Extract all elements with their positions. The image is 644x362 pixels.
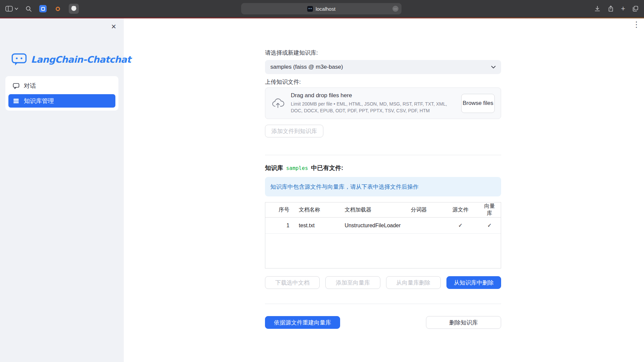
file-actions-row: 下载选中文档 添加至向量库 从向量库删除 从知识库中删除: [265, 276, 501, 289]
table-header-row: 序号 文档名称 文档加载器 分词器 源文件 向量库: [265, 202, 501, 218]
logo-text: LangChain-Chatchat: [31, 54, 131, 65]
logo-chat-bubble-icon: [11, 53, 27, 66]
info-banner: 知识库中包含源文件与向量库，请从下表中选择文件后操作: [265, 177, 501, 196]
cell-index: 1: [265, 223, 294, 229]
downloads-button[interactable]: [594, 5, 601, 12]
rebuild-vectorstore-button[interactable]: 依据源文件重建向量库: [265, 316, 340, 329]
col-header-docname: 文档名称: [294, 206, 340, 214]
col-header-sourcefile: 源文件: [442, 206, 478, 214]
address-url: localhost: [316, 6, 335, 12]
tab-overview-button[interactable]: [632, 5, 639, 12]
sidebar-close-button[interactable]: ✕: [111, 23, 116, 31]
delete-kb-button[interactable]: 删除知识库: [426, 316, 501, 329]
add-files-to-kb-button[interactable]: 添加文件到知识库: [265, 125, 323, 137]
cell-docname: test.txt: [294, 223, 340, 229]
delete-from-kb-button[interactable]: 从知识库中删除: [446, 276, 501, 289]
chevron-down-icon: [15, 8, 18, 10]
col-header-index: 序号: [265, 206, 294, 214]
dropzone-limit-text: Limit 200MB per file • EML, HTML, JSON, …: [291, 101, 455, 114]
chevron-down-icon: [491, 66, 496, 69]
add-to-vectorstore-button[interactable]: 添加至向量库: [325, 276, 380, 289]
cell-loader: UnstructuredFileLoader: [340, 223, 406, 229]
search-button[interactable]: [25, 6, 32, 12]
github-icon: [70, 5, 77, 12]
col-header-splitter: 分词器: [406, 206, 443, 214]
divider: [265, 304, 501, 304]
info-banner-text: 知识库中包含源文件与向量库，请从下表中选择文件后操作: [270, 183, 419, 191]
download-icon: [594, 5, 601, 12]
nav-item-knowledge-base[interactable]: 知识库管理: [8, 94, 115, 108]
knowledge-base-icon: [13, 98, 19, 104]
sidebar: ✕ LangChain-Chatchat 对话 知识库管理: [0, 18, 124, 362]
upload-label: 上传知识文件:: [265, 78, 501, 86]
col-header-vectorstore: 向量库: [478, 203, 501, 217]
dropzone-instruction: Drag and drop files here: [291, 92, 455, 99]
kb-files-heading: 知识库 samples 中已有文件:: [265, 164, 501, 172]
new-tab-button[interactable]: +: [621, 5, 625, 12]
nav-item-label: 对话: [24, 82, 36, 90]
kb-select-label: 请选择或新建知识库:: [265, 49, 501, 57]
cell-sourcefile-check: ✓: [442, 222, 478, 229]
kb-name-code: samples: [286, 165, 308, 171]
cell-vectorstore-check: ✓: [478, 222, 501, 229]
divider: [265, 155, 501, 155]
app-logo: LangChain-Chatchat: [11, 53, 131, 66]
address-bar[interactable]: localhost ⋯: [241, 3, 401, 14]
share-button[interactable]: [607, 5, 614, 12]
tabs-icon: [632, 5, 639, 12]
site-favicon: [307, 6, 313, 12]
table-row[interactable]: 1 test.txt UnstructuredFileLoader ✓ ✓: [265, 218, 501, 234]
search-icon: [25, 6, 32, 12]
kb-select-value: samples (faiss @ m3e-base): [270, 64, 343, 70]
browser-toolbar: localhost ⋯ +: [0, 0, 644, 17]
chat-bubble-icon: [13, 82, 19, 89]
nav-item-label: 知识库管理: [24, 97, 54, 105]
heading-suffix: 中已有文件:: [311, 164, 343, 172]
table-empty-area: [265, 234, 501, 268]
remove-from-vectorstore-button[interactable]: 从向量库删除: [386, 276, 441, 289]
main-content: 请选择或新建知识库: samples (faiss @ m3e-base) 上传…: [265, 18, 501, 329]
sidebar-toggle-icon: [5, 6, 13, 12]
cloud-upload-icon: [271, 98, 285, 109]
kb-select[interactable]: samples (faiss @ m3e-base): [265, 60, 501, 74]
sidebar-toggle-button[interactable]: [5, 6, 18, 12]
download-selected-button[interactable]: 下载选中文档: [265, 276, 320, 289]
page-extensions-icon[interactable]: ⋯: [392, 6, 398, 12]
file-dropzone[interactable]: Drag and drop files here Limit 200MB per…: [265, 87, 501, 119]
col-header-loader: 文档加载器: [340, 206, 406, 214]
app-menu-kebab-icon[interactable]: ⋮: [633, 20, 640, 29]
browse-files-button[interactable]: Browse files: [461, 94, 495, 113]
extension-orange-icon[interactable]: [54, 5, 61, 12]
extension-blue-icon[interactable]: [39, 5, 47, 12]
sidebar-nav: 对话 知识库管理: [5, 76, 118, 111]
nav-item-dialogue[interactable]: 对话: [8, 79, 115, 93]
streamlit-decoration-bar: [0, 17, 644, 18]
github-extension-button[interactable]: [69, 4, 79, 14]
share-icon: [607, 5, 614, 12]
kb-actions-row: 依据源文件重建向量库 删除知识库: [265, 316, 501, 329]
heading-prefix: 知识库: [265, 164, 283, 172]
kb-files-table: 序号 文档名称 文档加载器 分词器 源文件 向量库 1 test.txt Uns…: [265, 202, 501, 268]
